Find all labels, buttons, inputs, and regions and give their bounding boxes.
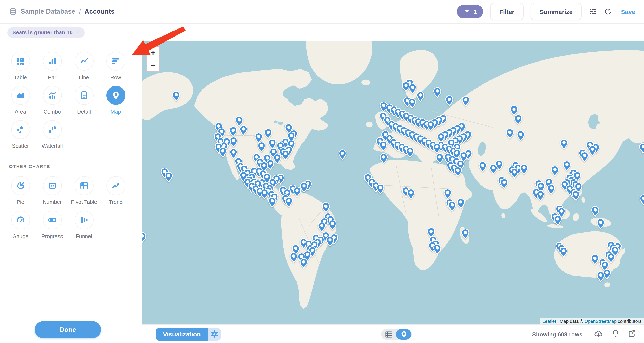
map-pin[interactable]: [293, 186, 301, 197]
toggle-table-button[interactable]: [381, 331, 396, 337]
filter-chip[interactable]: Seats is greater than 10 ×: [8, 27, 84, 38]
refresh-icon[interactable]: [604, 8, 612, 16]
map-pin[interactable]: [290, 252, 298, 263]
notifications-bell-icon[interactable]: [612, 329, 619, 339]
map-pin[interactable]: [172, 91, 180, 101]
map-pin[interactable]: [406, 147, 414, 157]
chart-type-bar[interactable]: Bar: [36, 52, 68, 81]
map-pin[interactable]: [328, 219, 337, 230]
openstreetmap-link[interactable]: OpenStreetMap: [584, 319, 616, 323]
list-icon[interactable]: [589, 8, 597, 16]
map-pin[interactable]: [164, 172, 173, 182]
download-icon[interactable]: [594, 329, 603, 339]
chart-type-combo[interactable]: Combo: [36, 86, 68, 115]
breadcrumb[interactable]: Sample Database / Accounts: [9, 8, 114, 16]
map-pin[interactable]: [433, 244, 442, 254]
map-pin[interactable]: [281, 150, 290, 160]
map-pin[interactable]: [379, 141, 388, 151]
map-pin[interactable]: [454, 166, 462, 177]
zoom-in-button[interactable]: +: [147, 47, 159, 59]
visualization-settings-button[interactable]: [208, 328, 221, 340]
map-pin[interactable]: [268, 197, 276, 207]
map-pin[interactable]: [380, 153, 388, 164]
map-pin[interactable]: [433, 87, 442, 98]
done-button[interactable]: Done: [35, 321, 101, 338]
map-pin[interactable]: [445, 95, 454, 106]
map-pin[interactable]: [285, 197, 293, 207]
map-pin[interactable]: [318, 221, 326, 232]
map-pin[interactable]: [448, 201, 456, 212]
chart-type-funnel[interactable]: Funnel: [68, 210, 100, 239]
map-pin[interactable]: [229, 126, 237, 137]
map-pin[interactable]: [457, 198, 465, 209]
map-pin[interactable]: [300, 258, 308, 268]
remove-filter-icon[interactable]: ×: [76, 29, 80, 36]
map-pin[interactable]: [300, 182, 308, 193]
chart-type-pivot[interactable]: Pivot Table: [68, 176, 100, 205]
map-pin[interactable]: [322, 202, 330, 213]
map-pin[interactable]: [560, 139, 568, 149]
chart-type-pie[interactable]: Pie: [4, 176, 36, 205]
map-pin[interactable]: [239, 125, 248, 136]
map-pin[interactable]: [591, 206, 600, 216]
map-pin[interactable]: [426, 120, 435, 131]
map-pin[interactable]: [500, 178, 508, 189]
map-pin[interactable]: [436, 153, 444, 164]
chart-type-row[interactable]: Row: [100, 52, 132, 81]
map-pin[interactable]: [408, 98, 416, 108]
map-pin[interactable]: [536, 190, 544, 201]
map-pin[interactable]: [478, 161, 487, 172]
map-pin[interactable]: [142, 232, 146, 242]
active-filter-badge[interactable]: 1: [457, 5, 483, 18]
map-pin[interactable]: [264, 128, 272, 139]
chart-type-table[interactable]: Table: [4, 52, 36, 81]
map-pin[interactable]: [639, 143, 644, 153]
map-pin[interactable]: [273, 153, 281, 164]
map-pin[interactable]: [514, 114, 522, 125]
chart-type-area[interactable]: Area: [4, 86, 36, 115]
map-pin[interactable]: [554, 215, 562, 226]
filter-button[interactable]: Filter: [490, 3, 523, 20]
zoom-out-button[interactable]: −: [147, 59, 159, 71]
chart-type-number[interactable]: 12Number: [36, 176, 68, 205]
map-pin[interactable]: [596, 218, 605, 229]
breadcrumb-database[interactable]: Sample Database: [21, 8, 75, 15]
map-visualization[interactable]: + − Leaflet | Map data © OpenStreetMap c…: [142, 41, 644, 324]
chart-type-scatter[interactable]: Scatter: [4, 120, 36, 149]
chart-type-line[interactable]: Line: [68, 52, 100, 81]
map-pin[interactable]: [551, 165, 559, 176]
map-pin[interactable]: [461, 228, 470, 239]
map-pin[interactable]: [510, 168, 518, 179]
map-pin[interactable]: [376, 183, 384, 194]
map-pin[interactable]: [416, 91, 424, 102]
chart-type-gauge[interactable]: Gauge: [4, 210, 36, 239]
chart-type-trend[interactable]: Trend: [100, 176, 132, 205]
map-pin[interactable]: [591, 254, 599, 265]
map-pin[interactable]: [588, 145, 596, 156]
save-button[interactable]: Save: [621, 8, 635, 15]
map-pin[interactable]: [640, 194, 644, 205]
share-external-icon[interactable]: [628, 329, 636, 339]
chart-type-map[interactable]: Map: [100, 86, 132, 115]
visualization-button[interactable]: Visualization: [156, 328, 208, 340]
map-pin[interactable]: [219, 147, 227, 157]
map-pin[interactable]: [408, 83, 417, 94]
chart-type-progress[interactable]: Progress: [36, 210, 68, 239]
summarize-button[interactable]: Summarize: [530, 3, 582, 20]
map-pin[interactable]: [560, 247, 568, 257]
map-pin[interactable]: [547, 184, 555, 195]
chart-type-detail[interactable]: Detail: [68, 86, 100, 115]
map-pin[interactable]: [516, 130, 525, 141]
leaflet-link[interactable]: Leaflet: [542, 319, 556, 323]
breadcrumb-table[interactable]: Accounts: [84, 8, 114, 15]
map-pin[interactable]: [506, 128, 514, 139]
map-pin[interactable]: [489, 164, 498, 174]
toggle-map-button[interactable]: [396, 329, 411, 340]
chart-type-waterfall[interactable]: Waterfall: [36, 120, 68, 149]
map-pin[interactable]: [433, 143, 441, 153]
map-pin[interactable]: [520, 164, 528, 174]
map-pin[interactable]: [258, 141, 266, 152]
map-pin[interactable]: [338, 149, 346, 160]
map-pin[interactable]: [462, 96, 470, 106]
map-pin[interactable]: [444, 188, 452, 199]
